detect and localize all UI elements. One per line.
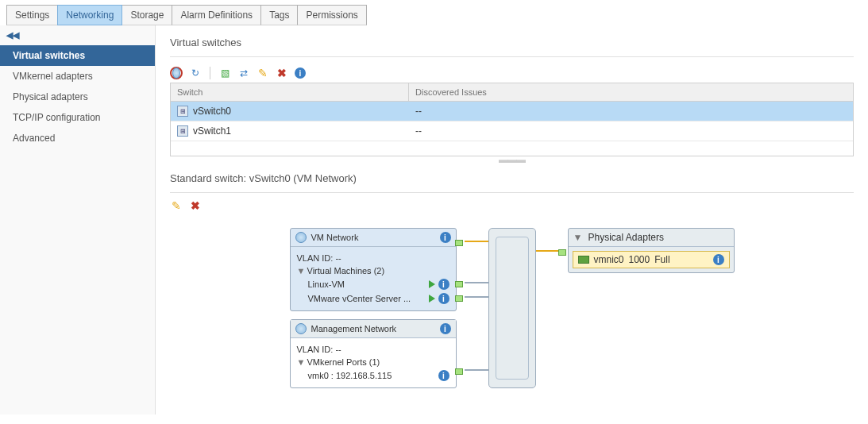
power-on-icon (429, 280, 435, 288)
connector-left (457, 228, 488, 388)
switch-icon: ⊞ (177, 125, 188, 137)
collapse-icon[interactable]: ◀◀ (0, 25, 155, 45)
expand-icon[interactable]: ▼ (573, 232, 581, 243)
uplink-port-icon (455, 368, 463, 375)
vm-name[interactable]: Linux-VM (308, 279, 429, 289)
edit-icon[interactable]: ✎ (170, 199, 183, 212)
table-header-row: Switch Discovered Issues (171, 83, 853, 102)
sidebar-item-tcpip-configuration[interactable]: TCP/IP configuration (0, 107, 155, 128)
switch-issues: -- (409, 102, 853, 121)
portgroup-icon (295, 323, 307, 334)
delete-icon[interactable]: ✖ (276, 67, 288, 79)
physical-adapters-box: ▼ Physical Adapters vmnic0 1000 Full i (568, 228, 735, 273)
refresh-icon[interactable]: ↻ (189, 67, 202, 79)
col-switch[interactable]: Switch (171, 83, 409, 101)
table-row[interactable]: ⊞vSwitch0 -- (171, 102, 853, 121)
connector-right (536, 228, 568, 388)
splitter-handle[interactable]: ▬▬▬ (170, 156, 854, 163)
power-on-icon (429, 295, 435, 303)
info-icon[interactable]: i (440, 323, 451, 334)
toolbar-divider (210, 67, 210, 79)
nic-name: vmnic0 (594, 254, 624, 265)
delete-icon[interactable]: ✖ (189, 199, 202, 212)
detail-title: Standard switch: vSwitch0 (VM Network) (170, 163, 854, 193)
portgroup-title: Management Network (311, 324, 435, 333)
switch-name: vSwitch0 (193, 106, 231, 117)
nic-icon (578, 256, 589, 264)
sidebar-item-advanced[interactable]: Advanced (0, 128, 155, 148)
tab-alarm-definitions[interactable]: Alarm Definitions (172, 5, 261, 25)
topology-diagram: VM Network i VLAN ID: -- ▼Virtual Machin… (170, 222, 854, 388)
migrate-icon[interactable]: ⇄ (237, 67, 250, 79)
detail-toolbar: ✎ ✖ (170, 193, 854, 222)
vlan-label: VLAN ID: -- (297, 253, 449, 263)
uplink-port-icon (558, 249, 566, 256)
portgroup-icon (295, 232, 307, 243)
info-icon[interactable]: i (440, 232, 451, 243)
nic-duplex: Full (654, 254, 708, 265)
nic-speed: 1000 (629, 254, 650, 265)
info-icon[interactable]: i (438, 370, 449, 381)
uplink-port-icon (455, 281, 463, 287)
switch-name: vSwitch1 (193, 125, 231, 137)
sidebar-item-vmkernel-adapters[interactable]: VMkernel adapters (0, 66, 155, 87)
add-host-icon[interactable]: ▧ (218, 67, 231, 79)
info-icon[interactable]: i (713, 254, 724, 265)
col-discovered-issues[interactable]: Discovered Issues (409, 83, 853, 101)
sidebar-item-virtual-switches[interactable]: Virtual switches (0, 45, 155, 66)
tab-settings[interactable]: Settings (6, 5, 58, 25)
table-row[interactable]: ⊞vSwitch1 -- (171, 121, 853, 141)
vswitch-bus (488, 228, 536, 388)
switch-toolbar: ↻ ▧ ⇄ ✎ ✖ i (170, 64, 854, 83)
vm-group-label: Virtual Machines (2) (307, 266, 449, 276)
expand-icon[interactable]: ▼ (297, 357, 305, 367)
portgroup-title: VM Network (311, 233, 435, 242)
vmk-group-label: VMkernel Ports (1) (307, 357, 449, 367)
section-title: Virtual switches (170, 33, 854, 57)
info-icon[interactable]: i (438, 279, 449, 290)
tab-networking[interactable]: Networking (57, 5, 122, 25)
tab-tags[interactable]: Tags (260, 5, 298, 25)
switch-table: Switch Discovered Issues ⊞vSwitch0 -- ⊞v… (170, 83, 854, 156)
edit-icon[interactable]: ✎ (257, 67, 269, 79)
tab-permissions[interactable]: Permissions (297, 5, 366, 25)
info-icon[interactable]: i (438, 293, 449, 304)
physical-nic[interactable]: vmnic0 1000 Full i (573, 251, 730, 268)
sidebar-item-physical-adapters[interactable]: Physical adapters (0, 87, 155, 107)
tab-storage[interactable]: Storage (122, 5, 172, 25)
portgroup-management-network[interactable]: Management Network i VLAN ID: -- ▼VMkern… (290, 319, 457, 388)
vlan-label: VLAN ID: -- (297, 345, 449, 354)
vmk-port[interactable]: vmk0 : 192.168.5.115 (308, 371, 438, 380)
expand-icon[interactable]: ▼ (297, 266, 305, 276)
add-network-icon[interactable] (170, 67, 183, 79)
sidebar: ◀◀ Virtual switches VMkernel adapters Ph… (0, 25, 156, 414)
info-icon[interactable]: i (295, 67, 306, 79)
portgroup-vm-network[interactable]: VM Network i VLAN ID: -- ▼Virtual Machin… (290, 228, 457, 311)
uplink-port-icon (455, 240, 463, 246)
physical-adapters-title: Physical Adapters (588, 232, 664, 243)
switch-icon: ⊞ (177, 106, 188, 117)
switch-issues: -- (409, 121, 853, 141)
top-tabs: Settings Networking Storage Alarm Defini… (0, 0, 868, 25)
vm-name[interactable]: VMware vCenter Server ... (308, 294, 429, 303)
uplink-port-icon (455, 295, 463, 302)
